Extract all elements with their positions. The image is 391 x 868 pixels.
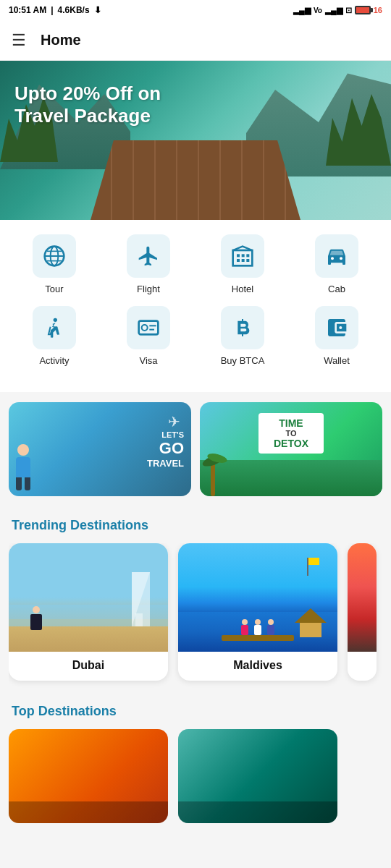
svg-rect-7 [242,254,245,257]
activity-label: Activity [39,355,69,366]
wallet-icon-wrap [315,306,358,349]
destination-third[interactable] [348,543,377,681]
cab-label: Cab [328,284,345,294]
top-dest-card-2[interactable] [178,729,337,823]
detox-to: TO [266,429,316,438]
visa-icon-wrap [127,306,170,349]
promo-travel-text: LET'S GO TRAVEL [147,430,184,469]
destination-maldives[interactable]: Maldives [178,543,337,681]
boat-deck [91,140,300,220]
status-network-speed: 4.6KB/s [58,5,90,15]
detox-time: TIME [266,417,316,429]
promo-go: GO [147,439,184,458]
globe-icon [43,244,66,268]
destination-dubai[interactable]: Dubai [9,543,168,681]
plane-icon [137,244,160,268]
vo-label: Vo [314,7,322,14]
destinations-row: Dubai [9,543,382,692]
svg-rect-9 [237,259,240,262]
status-left: 10:51 AM | 4.6KB/s ⬇ [9,5,101,15]
visa-card-icon [137,316,160,339]
top-destinations-cards [9,729,382,838]
svg-rect-11 [246,259,249,262]
third-image [348,543,377,652]
promo-travel-card[interactable]: ✈ LET'S GO TRAVEL [9,402,191,496]
maldives-image [178,543,337,652]
promo-section: ✈ LET'S GO TRAVEL TIME TO DETOX [0,392,391,506]
cab-icon-wrap [315,234,358,278]
category-hotel[interactable]: Hotel [214,234,272,294]
category-activity[interactable]: Activity [25,306,83,366]
page-title: Home [41,32,81,48]
wifi-icon: ▂▄▆ [325,6,342,15]
categories-row-1: Tour Flight [7,234,384,294]
maldives-name: Maldives [178,652,337,681]
hero-text: Upto 20% Off on Travel Package [14,82,161,127]
hero-line1: Upto 20% Off on [14,82,161,105]
top-destinations-section: Top Destinations [0,692,391,838]
wallet-icon [325,316,348,339]
buybtca-icon-wrap [221,306,264,349]
download-icon: ⬇ [94,5,101,15]
status-bar: 10:51 AM | 4.6KB/s ⬇ ▂▄▆ Vo ▂▄▆ ⊡ 16 [0,0,391,20]
hotel-label: Hotel [232,284,253,294]
category-buybtca[interactable]: Buy BTCA [214,306,272,366]
activity-icon-wrap [33,306,76,349]
hotel-icon [231,244,254,268]
svg-point-12 [331,257,334,260]
status-speed: | [51,5,53,15]
dubai-image [9,543,168,652]
status-time: 10:51 AM [9,5,46,15]
svg-point-16 [142,325,148,331]
promo-lets: LET'S [147,430,184,439]
battery-icon [355,6,371,14]
top-dest-card-1[interactable] [9,729,168,823]
flight-icon-wrap [127,234,170,278]
categories-row-2: Activity Visa Buy BTCA [7,306,384,366]
detox-word: DETOX [266,438,316,449]
cab-icon [325,244,348,268]
dubai-name: Dubai [9,652,168,681]
category-visa[interactable]: Visa [119,306,177,366]
tour-icon-wrap [33,234,76,278]
battery-level: 16 [374,6,382,14]
app-header: ☰ Home [0,20,391,61]
top-destinations-title: Top Destinations [9,704,382,719]
trending-title: Trending Destinations [9,518,382,533]
svg-point-13 [340,257,342,260]
walk-icon [43,316,66,339]
hero-line2: Travel Package [14,105,161,127]
category-flight[interactable]: Flight [119,234,177,294]
visa-label: Visa [139,355,157,366]
hero-banner: Upto 20% Off on Travel Package [0,61,391,220]
svg-rect-8 [246,254,249,257]
svg-rect-6 [237,254,240,257]
categories-section: Tour Flight [0,220,391,392]
signal-icon: ▂▄▆ [293,6,311,15]
status-right: ▂▄▆ Vo ▂▄▆ ⊡ 16 [293,6,382,15]
svg-point-14 [54,318,57,322]
hotel-icon-wrap [221,234,264,278]
svg-rect-10 [242,259,245,262]
wifi2-icon: ⊡ [345,6,352,15]
svg-rect-5 [233,250,253,265]
tour-label: Tour [45,284,63,294]
wallet-label: Wallet [324,355,350,366]
category-tour[interactable]: Tour [25,234,83,294]
promo-detox-card[interactable]: TIME TO DETOX [200,402,382,496]
promo-travel: TRAVEL [147,458,184,469]
trending-section: Trending Destinations Dubai [0,506,391,692]
category-cab[interactable]: Cab [308,234,366,294]
category-wallet[interactable]: Wallet [308,306,366,366]
buybtca-label: Buy BTCA [221,355,265,366]
bitcoin-icon [231,316,254,339]
flight-label: Flight [137,284,160,294]
menu-button[interactable]: ☰ [12,31,26,50]
